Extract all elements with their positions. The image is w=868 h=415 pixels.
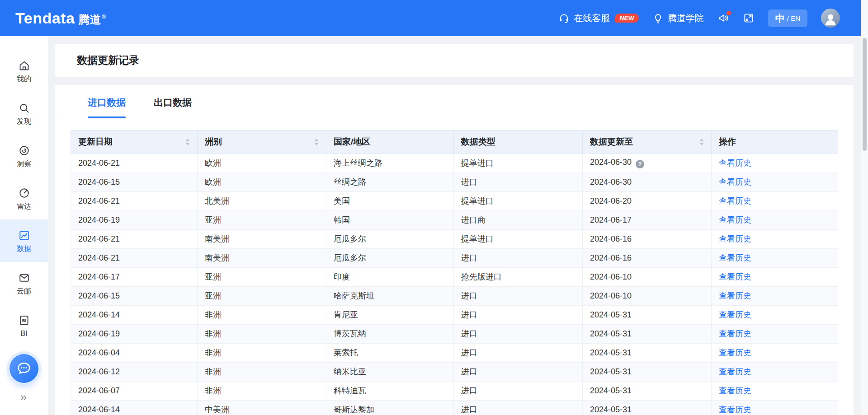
cell-data-type: 进口 (453, 248, 582, 267)
tab-export-data[interactable]: 出口数据 (154, 85, 192, 118)
cell-continent: 南美洲 (198, 229, 326, 248)
vertical-scrollbar[interactable] (861, 0, 868, 415)
announcement-button[interactable] (717, 12, 729, 24)
view-history-link[interactable]: 查看历史 (719, 234, 751, 243)
cell-country: 博茨瓦纳 (326, 324, 454, 343)
sidebar-item-discover[interactable]: 发现 (0, 92, 48, 135)
cell-country: 哈萨克斯坦 (326, 286, 454, 305)
collapse-sidebar-button[interactable]: » (0, 391, 48, 403)
column-label: 国家/地区 (334, 136, 370, 148)
cell-update-date: 2024-06-17 (71, 267, 198, 286)
cell-action: 查看历史 (711, 173, 838, 191)
online-service-link[interactable]: 在线客服 NEW (558, 12, 639, 24)
cell-continent: 欧洲 (198, 154, 326, 173)
view-history-link[interactable]: 查看历史 (719, 215, 751, 224)
cell-data-type: 进口 (453, 381, 582, 400)
table-container: 更新日期洲别国家/地区数据类型数据更新至操作 2024-06-21欧洲海上丝绸之… (55, 118, 854, 415)
cell-data-type: 进口 (453, 173, 582, 191)
view-history-link[interactable]: 查看历史 (719, 291, 751, 300)
sidebar-item-data[interactable]: 数据 (0, 219, 48, 262)
table-row: 2024-06-19非洲博茨瓦纳进口2024-05-31查看历史 (71, 324, 838, 343)
cell-continent: 欧洲 (198, 173, 326, 191)
cell-country: 肯尼亚 (326, 305, 454, 324)
table-row: 2024-06-21南美洲厄瓜多尔提单进口2024-06-16查看历史 (71, 229, 838, 248)
sidebar-item-mail[interactable]: 云邮 (0, 262, 48, 304)
academy-link[interactable]: 腾道学院 (652, 12, 704, 24)
cell-continent: 非洲 (198, 343, 326, 362)
sidebar-item-bi[interactable]: BIBI (0, 304, 48, 347)
view-history-link[interactable]: 查看历史 (719, 272, 751, 281)
fullscreen-button[interactable] (743, 12, 755, 24)
view-history-link[interactable]: 查看历史 (719, 329, 751, 338)
brand-name-cn: 腾道 (78, 12, 101, 27)
cell-data-type: 进口商 (453, 210, 582, 229)
cell-data-type: 抢先版进口 (453, 267, 582, 286)
view-history-link[interactable]: 查看历史 (719, 253, 751, 262)
insight-icon (18, 145, 30, 157)
tab-import-data[interactable]: 进口数据 (88, 85, 126, 118)
table-row: 2024-06-15欧洲丝绸之路进口2024-06-30查看历史 (71, 173, 838, 191)
table-row: 2024-06-12非洲纳米比亚进口2024-05-31查看历史 (71, 362, 838, 381)
notification-dot (726, 11, 731, 15)
column-header: 操作 (711, 130, 838, 154)
view-history-link[interactable]: 查看历史 (719, 159, 751, 168)
cell-update-date: 2024-06-19 (71, 324, 198, 343)
table-row: 2024-06-21北美洲美国提单进口2024-06-20查看历史 (71, 191, 838, 210)
column-header[interactable]: 洲别 (198, 130, 326, 154)
cell-updated-to: 2024-06-10 (582, 286, 711, 305)
page-title: 数据更新记录 (77, 54, 832, 67)
cell-update-date: 2024-06-04 (71, 343, 198, 362)
view-history-link[interactable]: 查看历史 (719, 405, 751, 414)
chat-fab-button[interactable] (9, 354, 38, 383)
cell-country: 厄瓜多尔 (326, 248, 454, 267)
fullscreen-icon (743, 12, 755, 24)
view-history-link[interactable]: 查看历史 (719, 177, 751, 187)
cell-action: 查看历史 (711, 286, 838, 305)
sidebar-item-label: 云邮 (17, 288, 31, 295)
sidebar-item-insight[interactable]: 洞察 (0, 135, 48, 177)
table-row: 2024-06-04非洲莱索托进口2024-05-31查看历史 (71, 343, 838, 362)
view-history-link[interactable]: 查看历史 (719, 367, 751, 376)
cell-update-date: 2024-06-07 (71, 381, 198, 400)
cell-action: 查看历史 (711, 248, 838, 267)
cell-continent: 非洲 (198, 324, 326, 343)
cell-continent: 非洲 (198, 381, 326, 400)
sort-icon[interactable] (185, 139, 190, 145)
view-history-link[interactable]: 查看历史 (719, 386, 751, 395)
cell-data-type: 提单进口 (453, 229, 582, 248)
cell-continent: 亚洲 (198, 210, 326, 229)
lightbulb-icon (652, 13, 664, 24)
sort-icon[interactable] (699, 139, 704, 145)
column-label: 洲别 (205, 136, 222, 148)
cell-continent: 亚洲 (198, 267, 326, 286)
brand-logo[interactable]: Tendata 腾道 ® (15, 9, 106, 27)
cell-updated-to: 2024-06-17 (582, 210, 711, 229)
view-history-link[interactable]: 查看历史 (719, 196, 751, 205)
column-header[interactable]: 更新日期 (71, 130, 198, 154)
sidebar-item-label: BI (20, 330, 27, 337)
view-history-link[interactable]: 查看历史 (719, 348, 751, 357)
new-badge: NEW (615, 14, 639, 23)
cell-continent: 南美洲 (198, 248, 326, 267)
table-row: 2024-06-21南美洲厄瓜多尔进口2024-06-16查看历史 (71, 248, 838, 267)
cell-updated-to: 2024-06-20 (582, 191, 711, 210)
help-icon[interactable]: ? (636, 160, 644, 168)
sort-icon[interactable] (314, 139, 319, 145)
view-history-link[interactable]: 查看历史 (719, 310, 751, 319)
search-icon (18, 102, 30, 114)
language-toggle[interactable]: 中 / EN (768, 9, 807, 27)
scrollbar-thumb[interactable] (863, 38, 867, 151)
cell-continent: 北美洲 (198, 191, 326, 210)
column-header: 数据类型 (453, 130, 582, 154)
cell-action: 查看历史 (711, 362, 838, 381)
column-header[interactable]: 数据更新至 (582, 130, 711, 154)
top-header: Tendata 腾道 ® 在线客服 NEW 腾道学院 (0, 0, 868, 36)
sidebar-item-radar[interactable]: 雷达 (0, 177, 48, 219)
cell-data-type: 进口 (453, 362, 582, 381)
cell-data-type: 进口 (453, 305, 582, 324)
sidebar-item-home[interactable]: 我的 (0, 50, 48, 92)
language-current: 中 (775, 14, 785, 23)
cell-data-type: 进口 (453, 324, 582, 343)
user-avatar[interactable] (821, 9, 840, 28)
cell-country: 莱索托 (326, 343, 454, 362)
